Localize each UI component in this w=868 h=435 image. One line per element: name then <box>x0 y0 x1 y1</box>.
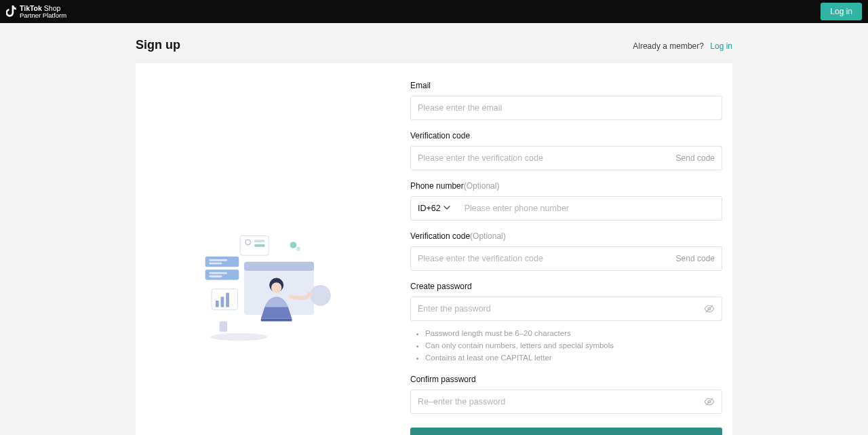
phone-label: Phone number(Optional) <box>410 181 722 191</box>
login-link[interactable]: Log in <box>710 41 732 51</box>
verification-code-email-input[interactable] <box>418 153 669 163</box>
eye-off-icon[interactable] <box>704 303 715 314</box>
svg-rect-24 <box>261 319 292 322</box>
create-password-label: Create password <box>410 282 722 291</box>
verification-code-phone-label: Verification code(Optional) <box>410 231 722 241</box>
header-login-button[interactable]: Log in <box>821 3 862 20</box>
signup-card: Email Verification code Send code Phone … <box>136 63 732 435</box>
email-input[interactable] <box>418 103 715 113</box>
create-button[interactable]: Create <box>410 428 722 435</box>
svg-rect-13 <box>226 292 229 307</box>
svg-point-23 <box>307 292 313 297</box>
brand-text: TikTok Shop Partner Platform <box>20 5 66 19</box>
svg-rect-12 <box>221 297 224 307</box>
verification-code-phone-input[interactable] <box>418 254 669 263</box>
svg-point-16 <box>290 242 297 248</box>
svg-rect-8 <box>209 272 227 274</box>
verification-code-email-field: Verification code Send code <box>410 131 722 170</box>
verification-code-phone-field: Verification code(Optional) Send code <box>410 231 722 271</box>
svg-rect-15 <box>244 262 314 271</box>
svg-rect-9 <box>209 276 222 278</box>
create-password-input[interactable] <box>418 304 704 314</box>
email-field: Email <box>410 81 722 120</box>
confirm-password-label: Confirm password <box>410 375 722 384</box>
svg-rect-11 <box>216 301 219 307</box>
svg-point-22 <box>271 282 281 292</box>
illustration-pane <box>136 63 407 435</box>
svg-rect-10 <box>212 289 237 310</box>
verification-code-email-label: Verification code <box>410 131 722 140</box>
password-rule: Password length must be 6–20 characters <box>425 328 722 340</box>
email-label: Email <box>410 81 722 90</box>
confirm-password-input[interactable] <box>418 397 704 406</box>
send-code-phone-button[interactable]: Send code <box>669 254 715 263</box>
page-title: Sign up <box>136 38 180 52</box>
page-topline: Sign up Already a member? Log in <box>136 38 732 63</box>
form-pane: Email Verification code Send code Phone … <box>407 63 732 435</box>
dashboard-illustration-icon <box>200 229 342 359</box>
confirm-password-field: Confirm password <box>410 375 722 414</box>
chevron-down-icon <box>443 204 450 213</box>
svg-point-19 <box>210 333 267 341</box>
eye-off-icon[interactable] <box>704 396 715 407</box>
svg-rect-2 <box>254 240 264 242</box>
password-rule: Can only contain numbers, letters and sp… <box>425 340 722 352</box>
tiktok-logo-icon <box>6 5 17 18</box>
member-prompt: Already a member? Log in <box>633 41 732 51</box>
country-code-select[interactable]: ID+62 <box>418 204 458 213</box>
svg-rect-6 <box>209 263 222 265</box>
app-header: TikTok Shop Partner Platform Log in <box>0 0 868 23</box>
send-code-email-button[interactable]: Send code <box>669 153 715 163</box>
svg-rect-5 <box>209 259 227 261</box>
svg-rect-4 <box>205 257 239 267</box>
svg-rect-7 <box>205 269 239 280</box>
brand: TikTok Shop Partner Platform <box>6 5 66 19</box>
phone-field: Phone number(Optional) ID+62 <box>410 181 722 221</box>
svg-rect-20 <box>220 321 227 331</box>
create-password-field: Create password Password length must be … <box>410 282 722 364</box>
svg-point-18 <box>310 285 331 306</box>
svg-point-17 <box>296 247 300 251</box>
phone-input[interactable] <box>458 204 715 213</box>
page: Sign up Already a member? Log in <box>136 23 732 435</box>
svg-rect-3 <box>254 244 264 247</box>
password-rule: Contains at least one CAPITAL letter <box>425 352 722 364</box>
password-rules: Password length must be 6–20 characters … <box>410 328 722 364</box>
